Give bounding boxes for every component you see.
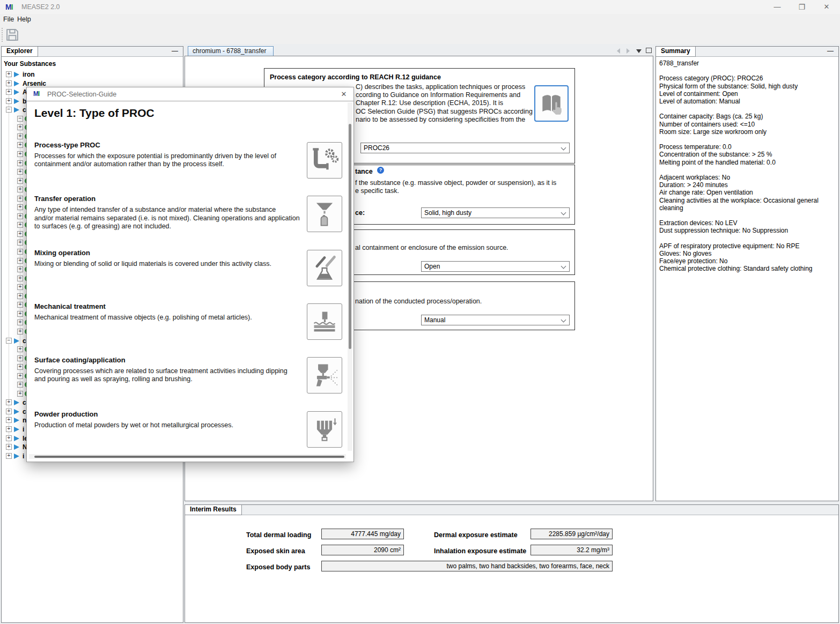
tree-expander[interactable]: + bbox=[17, 213, 23, 219]
app-logo: MI bbox=[5, 3, 13, 11]
tree-expander[interactable]: + bbox=[17, 391, 23, 397]
tree-expander[interactable]: + bbox=[17, 240, 23, 246]
tree-expander[interactable]: + bbox=[17, 284, 23, 290]
tree-item-label[interactable]: i bbox=[23, 452, 24, 460]
section-description: Any type of intended transfer of a subst… bbox=[34, 206, 303, 231]
section-description: Mechanical treatment of massive objects … bbox=[34, 314, 303, 322]
tree-expander[interactable]: + bbox=[17, 346, 23, 352]
proc-type-section[interactable]: Mechanical treatment Mechanical treatmen… bbox=[34, 302, 348, 356]
interim-results-panel: Interim Results Total dermal loading 477… bbox=[185, 504, 839, 623]
dialog-horizontal-scrollbar-thumb[interactable] bbox=[34, 456, 344, 458]
physical-form-dropdown[interactable]: Solid, high dusty bbox=[421, 207, 570, 218]
tree-expander[interactable]: + bbox=[6, 89, 12, 95]
section-icon-frame bbox=[307, 303, 342, 340]
exposed-skin-area-label: Exposed skin area bbox=[246, 547, 305, 555]
tree-expander[interactable]: + bbox=[17, 222, 23, 228]
exposed-body-parts-label: Exposed body parts bbox=[246, 563, 310, 571]
menu-help[interactable]: Help bbox=[14, 16, 34, 23]
tree-expander[interactable]: + bbox=[17, 124, 23, 130]
tree-item-label[interactable]: c bbox=[23, 398, 26, 407]
tree-expander[interactable]: + bbox=[17, 133, 23, 139]
section-icon-frame bbox=[307, 196, 342, 232]
tree-expander[interactable]: + bbox=[17, 276, 23, 281]
tree-expander[interactable]: + bbox=[17, 187, 23, 192]
tab-scroll-left-icon[interactable] bbox=[617, 48, 620, 54]
tree-expander[interactable]: + bbox=[6, 417, 12, 423]
tree-item-label[interactable]: iron bbox=[23, 70, 35, 79]
tree-expander[interactable]: + bbox=[17, 249, 23, 255]
substance-icon bbox=[14, 409, 19, 414]
tree-expander[interactable]: + bbox=[17, 311, 23, 317]
title-bar: MI MEASE2 2.0 — ❐ ✕ bbox=[0, 0, 840, 14]
tree-expander[interactable]: + bbox=[17, 266, 23, 272]
substance-icon bbox=[14, 444, 19, 450]
help-icon[interactable]: ? bbox=[377, 167, 384, 174]
dermal-exposure-label: Dermal exposure estimate bbox=[434, 531, 518, 539]
proc-type-section[interactable]: Transfer operation Any type of intended … bbox=[34, 195, 348, 248]
substance-icon bbox=[14, 454, 19, 459]
substance-icon bbox=[14, 418, 19, 423]
tree-expander[interactable]: + bbox=[6, 71, 12, 77]
tree-expander[interactable]: + bbox=[17, 302, 23, 308]
tree-expander[interactable]: + bbox=[6, 426, 12, 432]
tree-item-label[interactable]: c bbox=[23, 106, 26, 114]
summary-header: Summary — bbox=[656, 47, 838, 57]
tree-expander[interactable]: + bbox=[17, 160, 23, 166]
tree-expander[interactable]: + bbox=[6, 435, 12, 441]
process-category-title: Process category according to REACH R.12… bbox=[270, 73, 441, 81]
tree-item-label[interactable]: c bbox=[23, 407, 26, 416]
tree-expander[interactable]: + bbox=[17, 169, 23, 175]
automation-dropdown[interactable]: Manual bbox=[421, 315, 570, 325]
open-selection-guide-button[interactable] bbox=[534, 85, 569, 122]
tree-expander[interactable]: + bbox=[17, 151, 23, 157]
tab-list-dropdown-icon[interactable] bbox=[636, 49, 642, 53]
section-heading: Surface coating/application bbox=[34, 356, 348, 364]
tree-expander[interactable]: + bbox=[17, 178, 23, 184]
proc-type-section[interactable]: Surface coating/application Covering pro… bbox=[34, 356, 348, 410]
toolbar-grip bbox=[2, 28, 3, 42]
tree-expander[interactable]: + bbox=[17, 373, 23, 379]
tree-expander[interactable]: + bbox=[6, 80, 12, 86]
physical-form-title-fragment: tance bbox=[355, 168, 373, 175]
spray-gun-icon bbox=[311, 361, 338, 390]
minimize-window-button[interactable]: — bbox=[765, 0, 790, 14]
tree-expander[interactable]: + bbox=[17, 204, 23, 210]
containment-dropdown[interactable]: Open bbox=[421, 261, 570, 272]
tree-expander[interactable]: + bbox=[17, 329, 23, 335]
tree-expander[interactable]: + bbox=[17, 293, 23, 299]
tree-item-label[interactable]: c bbox=[23, 337, 26, 345]
proc-dropdown[interactable]: PROC26 bbox=[360, 143, 570, 153]
tab-scroll-right-icon[interactable] bbox=[627, 48, 630, 54]
inhalation-exposure-label: Inhalation exposure estimate bbox=[434, 547, 526, 555]
automation-dropdown-value: Manual bbox=[424, 316, 445, 324]
tree-expander[interactable]: + bbox=[17, 355, 23, 361]
tab-maximize-icon[interactable] bbox=[646, 48, 652, 53]
tree-expander[interactable]: + bbox=[6, 444, 12, 450]
document-tab[interactable]: chromium - 6788_transfer bbox=[188, 46, 274, 56]
summary-text: 6788_transfer Process category (PROC): P… bbox=[659, 60, 836, 273]
substance-icon bbox=[14, 400, 19, 405]
tree-expander[interactable]: + bbox=[6, 399, 12, 405]
tree-item-label[interactable]: i bbox=[23, 425, 24, 434]
close-window-button[interactable]: ✕ bbox=[814, 0, 839, 14]
tree-expander[interactable]: + bbox=[6, 98, 12, 104]
tree-expander[interactable]: − bbox=[17, 116, 23, 122]
summary-minimize-button[interactable]: — bbox=[826, 47, 835, 56]
tree-expander[interactable]: + bbox=[17, 258, 23, 264]
tree-expander[interactable]: + bbox=[17, 196, 23, 202]
save-button[interactable] bbox=[5, 27, 20, 42]
tree-expander[interactable]: + bbox=[6, 408, 12, 414]
tree-expander[interactable]: + bbox=[17, 364, 23, 370]
proc-type-section[interactable]: Mixing operation Mixing or blending of s… bbox=[34, 249, 348, 302]
maximize-window-button[interactable]: ❐ bbox=[790, 0, 814, 14]
book-guide-icon bbox=[538, 90, 565, 117]
tree-expander[interactable]: + bbox=[17, 231, 23, 237]
tree-expander[interactable]: + bbox=[6, 453, 12, 459]
tree-expander[interactable]: − bbox=[6, 107, 12, 113]
tree-expander[interactable]: + bbox=[17, 142, 23, 148]
tree-expander[interactable]: − bbox=[6, 338, 12, 344]
tree-expander[interactable]: + bbox=[17, 382, 23, 388]
tree-expander[interactable]: + bbox=[17, 320, 23, 325]
dialog-vertical-scrollbar-thumb[interactable] bbox=[349, 124, 351, 349]
proc-type-section[interactable]: Process-type PROC Processes for which th… bbox=[34, 141, 348, 195]
